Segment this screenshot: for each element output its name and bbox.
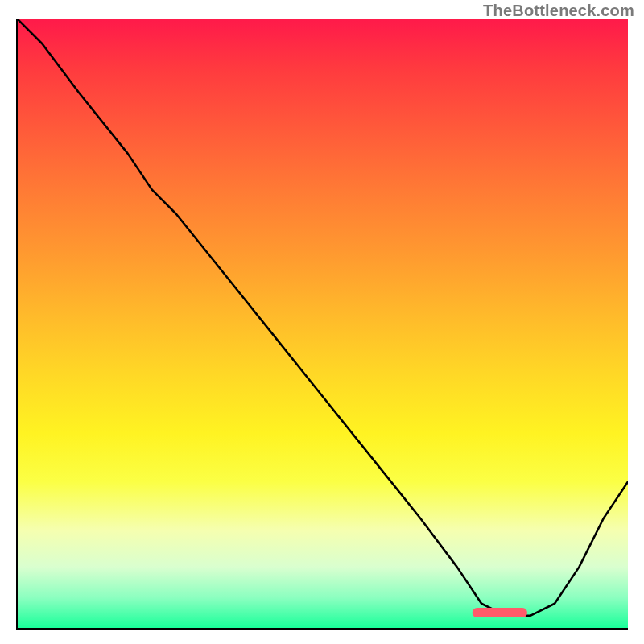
chart-container: TheBottleneck.com bbox=[0, 0, 644, 644]
minimum-marker bbox=[473, 608, 527, 617]
chart-overlay bbox=[18, 19, 628, 628]
curve-line bbox=[18, 19, 628, 616]
plot-area bbox=[16, 19, 628, 630]
watermark-text: TheBottleneck.com bbox=[483, 2, 634, 20]
